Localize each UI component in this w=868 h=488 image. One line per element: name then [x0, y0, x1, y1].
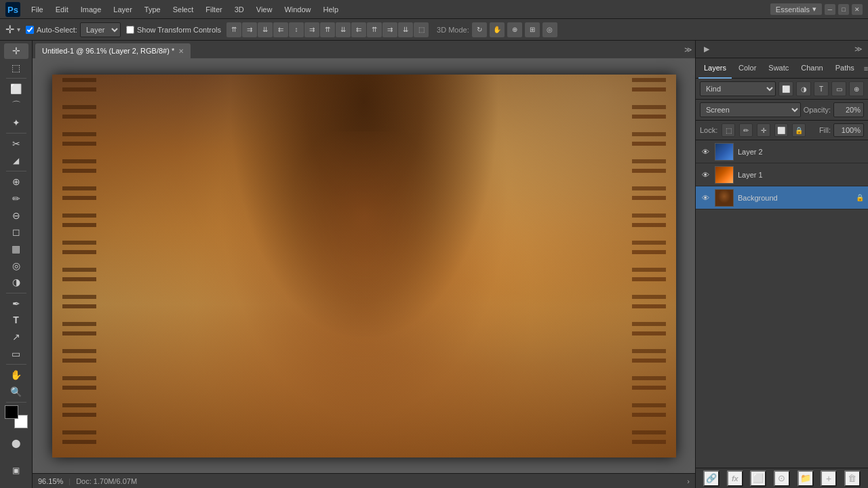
3d-pan[interactable]: ✋ — [490, 22, 505, 37]
3d-orbit[interactable]: ◎ — [542, 22, 557, 37]
screen-mode[interactable]: ▣ — [4, 458, 28, 483]
opacity-input[interactable]: 20% — [833, 102, 864, 117]
filter-pixel-icon[interactable]: ⬜ — [778, 81, 793, 96]
gradient-tool[interactable]: ▦ — [4, 241, 28, 257]
tab-close-button[interactable]: ✕ — [178, 47, 184, 55]
new-group-button[interactable]: 📁 — [797, 470, 814, 487]
distribute-horizontal[interactable]: ⇉ — [382, 22, 397, 37]
zoom-tool[interactable]: 🔍 — [4, 384, 28, 399]
menu-filter[interactable]: Filter — [200, 2, 227, 17]
filter-smart-icon[interactable]: ⊕ — [849, 81, 864, 96]
menu-file[interactable]: File — [26, 2, 49, 17]
lock-pixels-button[interactable]: ✏ — [739, 123, 753, 137]
panel-options-icon[interactable]: ≡ — [861, 64, 868, 73]
3d-scale[interactable]: ⊞ — [525, 22, 540, 37]
status-more-button[interactable]: › — [687, 477, 690, 485]
menu-edit[interactable]: Edit — [50, 2, 74, 17]
auto-select-dropdown[interactable]: Layer Group — [80, 22, 121, 37]
link-layers-button[interactable]: 🔗 — [703, 470, 719, 487]
menu-3d[interactable]: 3D — [229, 2, 250, 17]
minimize-button[interactable]: ─ — [825, 4, 835, 15]
distribute-vertical[interactable]: ⇊ — [336, 22, 351, 37]
menu-layer[interactable]: Layer — [108, 2, 138, 17]
active-tab[interactable]: Untitled-1 @ 96.1% (Layer 2, RGB/8#) * ✕ — [35, 43, 191, 58]
align-bottom-edge[interactable]: ⇊ — [258, 22, 273, 37]
blend-mode-dropdown[interactable]: Screen Normal Multiply Overlay Soft Ligh… — [700, 102, 801, 117]
3d-rotate[interactable]: ↻ — [472, 22, 487, 37]
tab-layers[interactable]: Layers — [698, 58, 732, 79]
workspace-selector[interactable]: Essentials ▾ — [770, 3, 822, 15]
crop-tool[interactable]: ✂ — [4, 136, 28, 152]
add-mask-button[interactable]: ⬜ — [750, 470, 766, 487]
move-tool[interactable]: ✛ — [4, 43, 28, 59]
align-horizontal-center[interactable]: ↕ — [289, 22, 304, 37]
healing-tool[interactable]: ⊕ — [4, 174, 28, 190]
clone-tool[interactable]: ⊖ — [4, 207, 28, 223]
auto-align[interactable]: ⬚ — [414, 22, 429, 37]
filter-adjust-icon[interactable]: ◑ — [796, 81, 811, 96]
brush-tool[interactable]: ✏ — [4, 191, 28, 207]
path-select-tool[interactable]: ↗ — [4, 329, 28, 345]
delete-layer-button[interactable]: 🗑 — [844, 470, 861, 487]
new-layer-button[interactable]: + — [821, 470, 837, 487]
menu-help[interactable]: Help — [318, 2, 344, 17]
text-tool[interactable]: T — [4, 312, 28, 328]
menu-window[interactable]: Window — [279, 2, 316, 17]
distribute-bottom[interactable]: ⇇ — [351, 22, 366, 37]
layer-item-layer1[interactable]: 👁 Layer 1 — [696, 163, 868, 186]
layer2-visibility-toggle[interactable]: 👁 — [700, 146, 711, 157]
dodge-tool[interactable]: ◑ — [4, 274, 28, 290]
align-left-edge[interactable]: ⇇ — [273, 22, 288, 37]
menu-type[interactable]: Type — [139, 2, 166, 17]
kind-filter-dropdown[interactable]: Kind — [700, 81, 776, 96]
menu-view[interactable]: View — [251, 2, 278, 17]
tab-swatches[interactable]: Swatc — [763, 58, 794, 79]
artboard-tool[interactable]: ⬚ — [4, 60, 28, 76]
blur-tool[interactable]: ◎ — [4, 258, 28, 273]
lasso-tool[interactable]: ⌒ — [4, 98, 28, 114]
align-vertical-center[interactable]: ⇉ — [242, 22, 257, 37]
menu-image[interactable]: Image — [75, 2, 107, 17]
fill-input[interactable] — [833, 123, 864, 137]
hand-tool[interactable]: ✋ — [4, 367, 28, 383]
layer-item-background[interactable]: 👁 Background 🔒 — [696, 186, 868, 209]
tab-color[interactable]: Color — [733, 58, 762, 79]
lock-artboard-button[interactable]: ⬜ — [774, 123, 788, 137]
layer1-visibility-toggle[interactable]: 👁 — [700, 169, 711, 180]
lock-position-button[interactable]: ✛ — [757, 123, 770, 137]
shape-tool[interactable]: ▭ — [4, 346, 28, 361]
lock-transparent-button[interactable]: ⬚ — [722, 123, 735, 137]
tab-collapse-button[interactable]: ≫ — [682, 41, 695, 58]
distribute-left[interactable]: ⇈ — [367, 22, 382, 37]
panel-expand-button[interactable]: ≫ — [852, 45, 865, 54]
marquee-tool[interactable]: ⬜ — [4, 81, 28, 97]
add-fx-button[interactable]: fx — [727, 470, 743, 487]
layer-item-layer2[interactable]: 👁 Layer 2 — [696, 140, 868, 163]
filter-type-icon[interactable]: T — [814, 81, 829, 96]
filter-shape-icon[interactable]: ▭ — [831, 81, 846, 96]
panel-play-button[interactable]: ▶ — [698, 41, 715, 58]
new-adjustment-button[interactable]: ⊙ — [774, 470, 790, 487]
pen-tool[interactable]: ✒ — [4, 296, 28, 311]
show-transform-checkbox[interactable] — [126, 26, 134, 34]
canvas-viewport[interactable] — [33, 58, 695, 473]
fg-bg-color-swatches[interactable] — [5, 405, 28, 428]
menu-select[interactable]: Select — [167, 2, 199, 17]
align-top-edge[interactable]: ⇈ — [226, 22, 241, 37]
quick-select-tool[interactable]: ✦ — [4, 115, 28, 130]
tab-paths[interactable]: Paths — [830, 58, 860, 79]
distribute-top[interactable]: ⇈ — [320, 22, 335, 37]
lock-all-button[interactable]: 🔒 — [792, 123, 806, 137]
foreground-color-swatch[interactable] — [5, 405, 18, 419]
close-button[interactable]: ✕ — [852, 4, 863, 15]
eraser-tool[interactable]: ◻ — [4, 224, 28, 240]
quick-mask-toggle[interactable]: ⬤ — [4, 431, 28, 455]
distribute-right[interactable]: ⇊ — [398, 22, 413, 37]
maximize-button[interactable]: □ — [838, 4, 849, 15]
auto-select-checkbox[interactable] — [26, 26, 34, 34]
3d-slide[interactable]: ⊕ — [507, 22, 522, 37]
canvas-image[interactable] — [52, 75, 676, 458]
align-right-edge[interactable]: ⇉ — [304, 22, 319, 37]
tab-channels[interactable]: Chann — [795, 58, 828, 79]
background-visibility-toggle[interactable]: 👁 — [700, 192, 711, 203]
